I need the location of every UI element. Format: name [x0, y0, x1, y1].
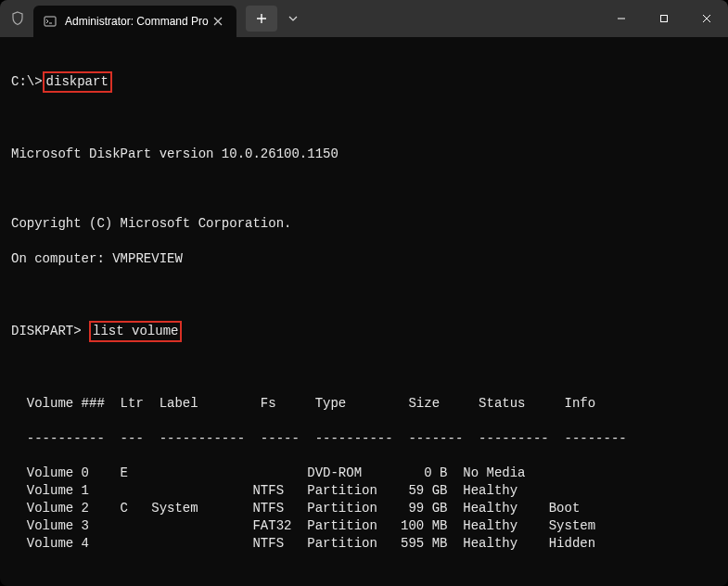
table-row: Volume 2 C System NTFS Partition 99 GB H…: [11, 500, 717, 517]
output-version: Microsoft DiskPart version 10.0.26100.11…: [11, 146, 717, 163]
titlebar: Administrator: Command Pro: [0, 0, 728, 37]
new-tab-button[interactable]: [246, 6, 277, 32]
table-row: Volume 1 NTFS Partition 59 GB Healthy: [11, 482, 717, 500]
table-divider: ---------- --- ----------- ----- -------…: [11, 430, 717, 448]
table-row: Volume 0 E DVD-ROM 0 B No Media: [11, 465, 717, 482]
terminal-area[interactable]: C:\>diskpart Microsoft DiskPart version …: [0, 37, 728, 586]
output-copyright: Copyright (C) Microsoft Corporation.: [11, 215, 717, 233]
svg-rect-0: [45, 17, 56, 26]
output-computer: On computer: VMPREVIEW: [11, 250, 717, 268]
command-diskpart: diskpart: [43, 71, 112, 93]
minimize-button[interactable]: [600, 0, 643, 37]
prompt: C:\>: [11, 74, 43, 89]
window-controls: [600, 0, 728, 37]
tab-title: Administrator: Command Pro: [65, 15, 209, 28]
table-row: Volume 4 NTFS Partition 595 MB Healthy H…: [11, 535, 717, 553]
diskpart-prompt: DISKPART>: [11, 324, 89, 338]
tab-close-button[interactable]: [209, 12, 227, 31]
maximize-button[interactable]: [643, 0, 685, 37]
command-list-volume: list volume: [89, 321, 182, 342]
active-tab[interactable]: Administrator: Command Pro: [33, 6, 236, 37]
close-button[interactable]: [685, 0, 728, 37]
table-row: Volume 3 FAT32 Partition 100 MB Healthy …: [11, 517, 717, 535]
shield-icon: [9, 10, 26, 27]
table-header: Volume ### Ltr Label Fs Type Size Status…: [11, 395, 717, 413]
svg-rect-1: [661, 16, 668, 22]
tab-dropdown-button[interactable]: [279, 6, 307, 32]
terminal-icon: [43, 14, 57, 29]
